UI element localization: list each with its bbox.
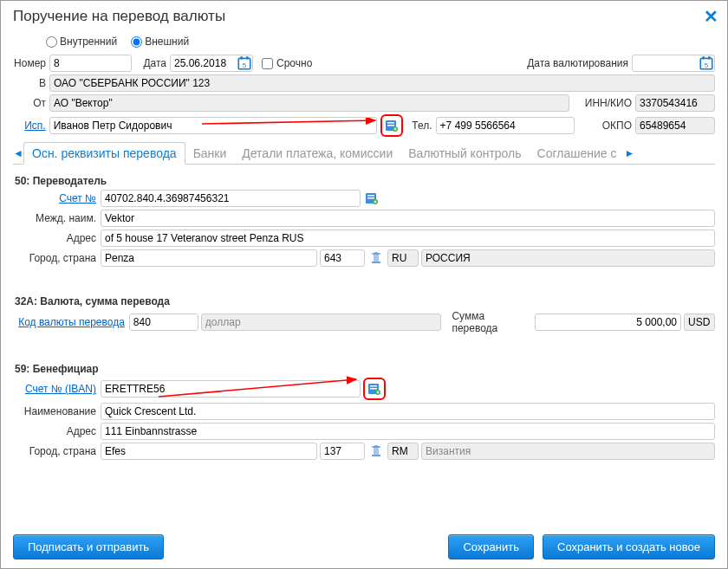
sec50-account-label[interactable]: Счет № <box>59 192 96 204</box>
window-title: Поручение на перевод валюты <box>13 8 225 25</box>
sec50-country-code-input[interactable] <box>320 249 365 267</box>
section-59-title: 59: Бенефициар <box>15 363 715 375</box>
number-input[interactable] <box>49 55 132 72</box>
tab-agreement[interactable]: Соглашение с <box>530 143 625 164</box>
save-button[interactable]: Сохранить <box>448 534 534 559</box>
sum-input[interactable] <box>535 314 681 331</box>
addressbook-icon[interactable] <box>366 380 383 398</box>
tab-payment-details[interactable]: Детали платежа, комиссии <box>234 143 400 164</box>
tab-scroll-right-icon[interactable]: ► <box>624 145 634 161</box>
usd-display <box>684 314 715 331</box>
date-label: Дата <box>135 57 166 69</box>
svg-rect-15 <box>367 197 374 199</box>
sec50-intl-name-label: Межд. наим. <box>13 212 98 224</box>
sec59-country-code-input[interactable] <box>320 443 365 460</box>
sec59-account-label[interactable]: Счет № (IBAN) <box>25 383 96 395</box>
value-date-label: Дата валютирования <box>527 57 628 69</box>
sec59-account-input[interactable] <box>101 380 361 398</box>
lookup-icon[interactable] <box>367 443 385 460</box>
svg-rect-17 <box>374 255 379 262</box>
addressbook-icon[interactable] <box>363 190 380 207</box>
radio-internal-input[interactable] <box>46 36 57 48</box>
save-new-button[interactable]: Сохранить и создать новое <box>543 534 715 559</box>
svg-rect-5 <box>703 56 705 59</box>
addressbook-icon[interactable] <box>383 117 400 134</box>
isp-label: Исп. <box>13 120 46 132</box>
sec50-country-name <box>421 249 715 267</box>
lookup-icon[interactable] <box>367 249 385 267</box>
section-32a-title: 32A: Валюта, сумма перевода <box>15 295 715 307</box>
curr-name-input <box>201 314 442 331</box>
svg-rect-6 <box>708 56 710 59</box>
number-label: Номер <box>13 57 46 69</box>
sec50-city-input[interactable] <box>101 249 317 267</box>
curr-code-input[interactable] <box>129 314 198 331</box>
sec50-intl-name-input[interactable] <box>101 210 715 227</box>
highlight-box <box>363 378 386 400</box>
svg-rect-10 <box>387 122 394 124</box>
section-50-title: 50: Переводатель <box>15 175 715 187</box>
sec50-country-short <box>387 249 419 267</box>
sec50-addr-input[interactable] <box>101 230 715 247</box>
highlight-box <box>380 114 403 137</box>
urgent-checkbox[interactable] <box>262 58 273 69</box>
calendar-icon[interactable]: 5 <box>237 55 252 71</box>
isp-input[interactable] <box>49 117 377 134</box>
tab-banks[interactable]: Банки <box>185 143 235 164</box>
radio-internal[interactable]: Внутренний <box>46 36 117 48</box>
urgent-label: Срочно <box>276 57 312 69</box>
sum-label: Сумма перевода <box>452 310 532 334</box>
svg-rect-1 <box>241 56 243 59</box>
svg-rect-11 <box>387 125 394 126</box>
tel-label: Тел. <box>406 120 432 132</box>
svg-text:5: 5 <box>705 61 709 69</box>
inn-label: ИНН/КИО <box>582 97 632 109</box>
sec59-city-input[interactable] <box>101 443 317 460</box>
to-label: В <box>13 77 46 89</box>
svg-rect-2 <box>246 56 248 59</box>
tab-scroll-left-icon[interactable]: ◄ <box>13 145 23 161</box>
sec59-addr-label: Адрес <box>13 425 98 437</box>
tabs-bar: ◄ Осн. реквизиты перевода Банки Детали п… <box>13 142 715 165</box>
sec59-city-label: Город, страна <box>13 445 98 457</box>
bank-to-input <box>49 74 715 92</box>
tel-input[interactable] <box>436 117 575 134</box>
radio-external-input[interactable] <box>131 36 142 48</box>
sec50-addr-label: Адрес <box>13 232 98 244</box>
inn-input <box>635 94 715 112</box>
sign-send-button[interactable]: Подписать и отправить <box>13 534 164 559</box>
sec59-name-label: Наименование <box>13 405 98 417</box>
curr-code-label[interactable]: Код валюты перевода <box>18 316 125 328</box>
svg-rect-24 <box>374 448 379 456</box>
sec59-name-input[interactable] <box>101 403 715 420</box>
svg-rect-25 <box>372 455 380 456</box>
svg-rect-14 <box>367 195 374 197</box>
close-icon[interactable]: ✕ <box>704 6 718 27</box>
okpo-label: ОКПО <box>582 120 632 132</box>
svg-rect-22 <box>370 388 377 390</box>
from-input <box>49 94 569 112</box>
tab-main-requisites[interactable]: Осн. реквизиты перевода <box>23 142 185 165</box>
okpo-input <box>635 117 715 134</box>
sec50-city-label: Город, страна <box>13 252 98 264</box>
calendar-icon[interactable]: 5 <box>699 55 714 71</box>
tab-currency-control[interactable]: Валютный контроль <box>400 143 529 164</box>
currency-transfer-window: Поручение на перевод валюты ✕ Внутренний… <box>0 0 728 569</box>
sec50-account-input[interactable] <box>101 190 361 207</box>
svg-rect-18 <box>372 262 380 263</box>
sec59-country-short <box>387 443 419 460</box>
sec59-country-name <box>421 443 715 460</box>
sec59-addr-input[interactable] <box>101 423 715 440</box>
svg-text:5: 5 <box>243 61 247 69</box>
from-label: От <box>13 97 46 109</box>
svg-rect-21 <box>370 385 377 387</box>
radio-external[interactable]: Внешний <box>131 36 189 48</box>
